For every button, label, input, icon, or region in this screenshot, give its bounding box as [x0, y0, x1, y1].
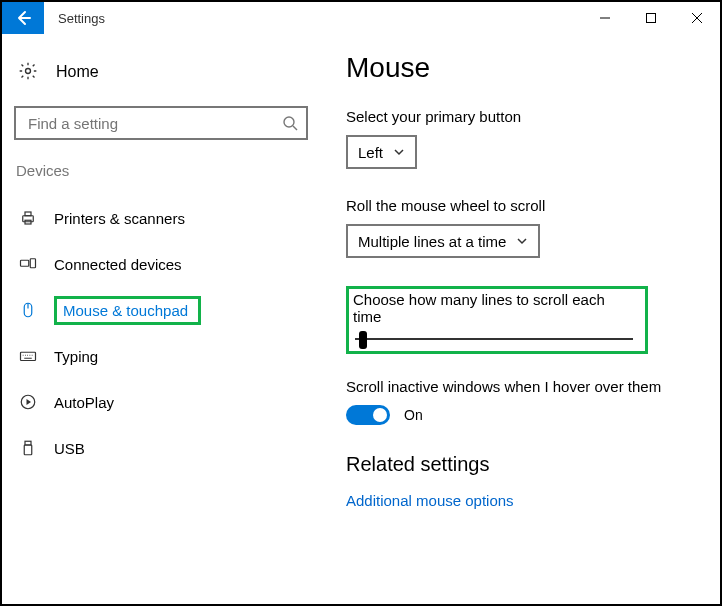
- slider-thumb[interactable]: [359, 331, 367, 349]
- svg-rect-6: [21, 260, 29, 266]
- svg-rect-0: [647, 14, 656, 23]
- wheel-scroll-block: Roll the mouse wheel to scroll Multiple …: [346, 197, 700, 258]
- inactive-scroll-toggle[interactable]: [346, 405, 390, 425]
- sidebar-item-label: USB: [54, 440, 85, 457]
- lines-each-time-label: Choose how many lines to scroll each tim…: [353, 291, 635, 325]
- sidebar-item-typing[interactable]: Typing: [14, 333, 308, 379]
- lines-slider[interactable]: [353, 331, 635, 347]
- keyboard-icon: [18, 347, 38, 365]
- chevron-down-icon: [516, 235, 528, 247]
- sidebar-section-heading: Devices: [14, 162, 308, 179]
- sidebar-item-connected-devices[interactable]: Connected devices: [14, 241, 308, 287]
- sidebar-nav-list: Printers & scanners Connected devices: [14, 195, 308, 471]
- autoplay-icon: [18, 393, 38, 411]
- svg-point-2: [284, 117, 294, 127]
- inactive-scroll-state: On: [404, 407, 423, 423]
- maximize-icon: [645, 12, 657, 24]
- sidebar-item-mouse-touchpad[interactable]: Mouse & touchpad: [14, 287, 308, 333]
- arrow-left-icon: [14, 9, 32, 27]
- wheel-scroll-value: Multiple lines at a time: [358, 233, 506, 250]
- titlebar: Settings: [2, 2, 720, 34]
- primary-button-block: Select your primary button Left: [346, 108, 700, 169]
- svg-rect-4: [25, 212, 31, 216]
- inactive-scroll-label: Scroll inactive windows when I hover ove…: [346, 378, 700, 395]
- page-title: Mouse: [346, 52, 700, 84]
- sidebar-item-label: Printers & scanners: [54, 210, 185, 227]
- printer-icon: [18, 209, 38, 227]
- minimize-button[interactable]: [582, 2, 628, 34]
- search-icon: [282, 115, 298, 131]
- svg-rect-12: [24, 445, 32, 455]
- related-settings-heading: Related settings: [346, 453, 700, 476]
- window-title: Settings: [44, 11, 582, 26]
- sidebar-home[interactable]: Home: [14, 52, 308, 92]
- sidebar-item-printers-scanners[interactable]: Printers & scanners: [14, 195, 308, 241]
- connected-devices-icon: [18, 255, 38, 273]
- svg-rect-3: [23, 216, 34, 222]
- sidebar-item-autoplay[interactable]: AutoPlay: [14, 379, 308, 425]
- toggle-knob: [373, 408, 387, 422]
- window-controls: [582, 2, 720, 34]
- svg-rect-7: [30, 259, 35, 268]
- main-content: Mouse Select your primary button Left Ro…: [318, 34, 720, 604]
- sidebar-item-label: Mouse & touchpad: [63, 302, 188, 319]
- sidebar-home-label: Home: [56, 63, 99, 81]
- sidebar-item-label: AutoPlay: [54, 394, 114, 411]
- sidebar-item-label: Connected devices: [54, 256, 182, 273]
- sidebar-item-usb[interactable]: USB: [14, 425, 308, 471]
- minimize-icon: [599, 12, 611, 24]
- close-button[interactable]: [674, 2, 720, 34]
- sidebar: Home Devices Prin: [2, 34, 318, 604]
- search-input-container[interactable]: [14, 106, 308, 140]
- back-button[interactable]: [2, 2, 44, 34]
- slider-track-line: [355, 338, 633, 340]
- inactive-scroll-block: Scroll inactive windows when I hover ove…: [346, 378, 700, 425]
- mouse-icon: [18, 301, 38, 319]
- wheel-scroll-label: Roll the mouse wheel to scroll: [346, 197, 700, 214]
- svg-rect-9: [21, 352, 36, 360]
- sidebar-item-label: Typing: [54, 348, 98, 365]
- primary-button-value: Left: [358, 144, 383, 161]
- gear-icon: [18, 61, 38, 84]
- lines-each-time-block: Choose how many lines to scroll each tim…: [346, 286, 648, 354]
- primary-button-label: Select your primary button: [346, 108, 700, 125]
- svg-point-1: [26, 68, 31, 73]
- primary-button-select[interactable]: Left: [346, 135, 417, 169]
- search-input[interactable]: [26, 114, 282, 133]
- additional-mouse-options-link[interactable]: Additional mouse options: [346, 492, 700, 509]
- usb-icon: [18, 439, 38, 457]
- chevron-down-icon: [393, 146, 405, 158]
- wheel-scroll-select[interactable]: Multiple lines at a time: [346, 224, 540, 258]
- maximize-button[interactable]: [628, 2, 674, 34]
- close-icon: [691, 12, 703, 24]
